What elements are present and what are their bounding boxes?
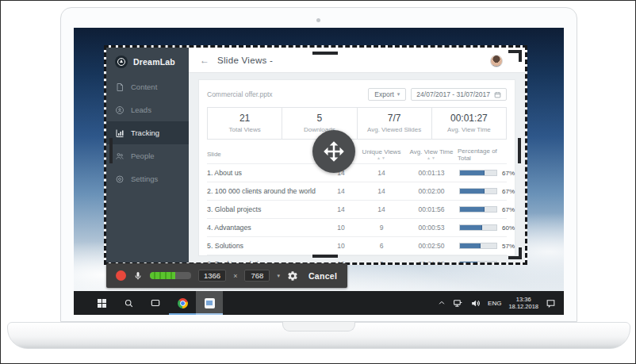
avg-view-time-value: 00:02:50	[405, 242, 458, 250]
windows-start-icon	[98, 299, 106, 308]
unique-views-value: 14	[358, 205, 405, 213]
network-icon[interactable]	[453, 298, 463, 308]
sort-icon: ▲▼	[377, 156, 386, 161]
microphone-icon[interactable]	[133, 271, 143, 281]
document-icon	[115, 82, 125, 92]
resize-handle-right[interactable]	[518, 138, 521, 163]
stat-value: 5	[282, 113, 356, 124]
language-indicator[interactable]: ENG	[488, 300, 501, 307]
task-view-icon	[150, 297, 161, 308]
views-value: 14	[324, 187, 358, 195]
views-value: 14	[324, 205, 358, 213]
stat-avg-view-time: 00:01:27 Avg. View Time	[432, 108, 506, 139]
resolution-width-input[interactable]: 1366	[198, 270, 226, 282]
column-header-avg-view-time[interactable]: Avg. View Time▲▼	[405, 149, 458, 160]
content-body: Commercial offer.pptx Export ▾ 24/07/201…	[189, 73, 525, 262]
percentage-bar	[459, 188, 497, 194]
speaker-icon[interactable]	[470, 298, 481, 308]
table-row[interactable]: 5. Solutions10600:02:5057%	[207, 236, 507, 255]
unique-views-value: 14	[358, 169, 405, 177]
sidebar-item-tracking[interactable]: Tracking	[106, 121, 189, 144]
resize-handle-left[interactable]	[109, 138, 113, 163]
sidebar-item-label: Tracking	[131, 128, 159, 137]
task-view-button[interactable]	[142, 291, 169, 315]
avg-view-time-value: 00:01:56	[405, 205, 458, 213]
stat-label: Downloads	[282, 126, 356, 133]
sidebar-item-leads[interactable]: Leads	[106, 98, 189, 121]
column-header-unique-views[interactable]: Unique Views▲▼	[358, 149, 405, 160]
percentage-value: 67%	[502, 170, 515, 177]
percentage-bar	[459, 170, 497, 176]
percentage-bar	[459, 206, 497, 213]
sidebar-item-label: Settings	[131, 174, 158, 183]
leads-icon	[115, 105, 125, 115]
sidebar-item-people[interactable]: People	[106, 144, 189, 167]
export-button[interactable]: Export ▾	[368, 88, 406, 101]
back-arrow-icon[interactable]: ←	[200, 55, 209, 66]
column-header-slide[interactable]: Slide	[207, 151, 324, 159]
resize-handle-top-right[interactable]	[508, 50, 522, 62]
percentage-bar	[459, 243, 497, 249]
stat-avg-viewed-slides: 7/7 Avg. Viewed Slides	[358, 108, 432, 139]
resolution-height-input[interactable]: 768	[244, 270, 270, 282]
desktop-screen: DreamLab Content Leads Tracking	[74, 28, 564, 315]
stat-label: Avg. View Time	[432, 126, 506, 133]
windows-taskbar: ENG 13:36 18.12.2018	[74, 291, 564, 315]
gear-icon	[115, 174, 125, 184]
resize-handle-top[interactable]	[312, 52, 338, 55]
user-avatar[interactable]	[490, 55, 503, 67]
gear-icon[interactable]	[287, 270, 298, 282]
slide-name: 6. Desktop solutions	[207, 260, 324, 262]
table-body: 1. About us141400:01:1367%2. 100 000 cli…	[207, 163, 507, 262]
stat-value: 21	[208, 113, 282, 124]
table-row[interactable]: 2. 100 000 clients around the world14140…	[207, 182, 507, 200]
app-header: ← Slide Views -	[189, 48, 525, 73]
percentage-cell: 67%	[458, 188, 515, 195]
slides-table: Slide Views Unique Views▲▼ Avg. View Tim…	[207, 147, 507, 262]
table-header-row: Slide Views Unique Views▲▼ Avg. View Tim…	[207, 147, 507, 163]
resize-handle-bottom-right[interactable]	[508, 247, 522, 259]
sidebar-item-settings[interactable]: Settings	[106, 167, 189, 190]
percentage-bar-fill	[460, 207, 485, 212]
system-tray: ENG 13:36 18.12.2018	[438, 291, 564, 315]
chrome-taskbar-button[interactable]	[169, 291, 196, 315]
taskbar-clock[interactable]: 13:36 18.12.2018	[508, 296, 538, 311]
sidebar: DreamLab Content Leads Tracking	[106, 48, 189, 262]
unique-views-value: 9	[358, 224, 405, 232]
chevron-down-icon: ▾	[397, 91, 400, 98]
avg-view-time-value: 00:01:28	[405, 260, 458, 262]
recorder-app-taskbar-button[interactable]	[196, 291, 223, 315]
brand-logo[interactable]: DreamLab	[106, 48, 189, 75]
percentage-bar	[459, 261, 497, 262]
tray-time: 13:36	[508, 296, 538, 303]
chevron-up-icon[interactable]	[438, 299, 446, 307]
column-header-percentage[interactable]: Percentage of Total	[458, 148, 507, 163]
record-button[interactable]	[116, 270, 126, 281]
percentage-bar-fill	[460, 171, 485, 175]
taskbar-search-button[interactable]	[115, 291, 142, 315]
file-toolbar: Commercial offer.pptx Export ▾ 24/07/201…	[207, 86, 507, 102]
page-title: Slide Views -	[217, 56, 273, 65]
screenshot-frame: DreamLab Content Leads Tracking	[0, 0, 636, 364]
table-row[interactable]: 4. Advantages10900:00:5360%	[207, 218, 507, 236]
notification-center-icon[interactable]	[546, 298, 556, 308]
sidebar-item-content[interactable]: Content	[106, 75, 189, 98]
percentage-bar-fill	[460, 243, 481, 248]
table-row[interactable]: 1. About us141400:01:1367%	[207, 163, 507, 182]
slide-name: 3. Global projects	[207, 205, 324, 213]
cancel-button[interactable]: Cancel	[308, 271, 337, 281]
table-row[interactable]: 3. Global projects141400:01:5667%	[207, 200, 507, 218]
resize-handle-bottom[interactable]	[312, 255, 338, 258]
windows-start-button[interactable]	[88, 291, 115, 315]
stat-label: Total Views	[208, 126, 282, 133]
percentage-value: 67%	[502, 206, 515, 213]
views-value: 10	[324, 242, 358, 250]
table-row[interactable]: 6. Desktop solutions10500:01:2847%	[207, 255, 507, 262]
percentage-bar-fill	[460, 225, 482, 230]
resolution-dropdown-caret[interactable]: ▾	[277, 273, 280, 279]
search-icon	[124, 298, 134, 308]
slide-name: 5. Solutions	[207, 242, 324, 250]
laptop-lid-notch	[282, 322, 355, 331]
unique-views-value: 14	[358, 187, 405, 195]
date-range-picker[interactable]: 24/07/2017 - 31/07/2017	[411, 88, 507, 101]
